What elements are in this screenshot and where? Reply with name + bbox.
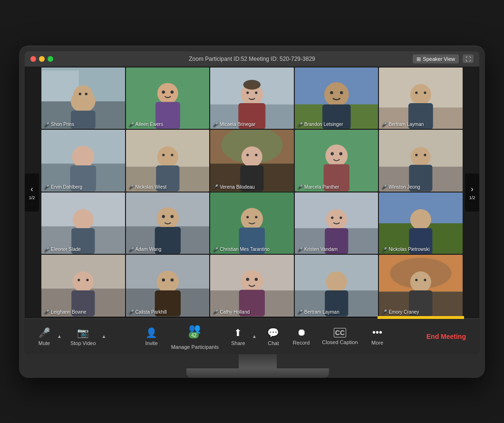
mute-label: Mute	[39, 340, 50, 346]
participant-cell-kristen-vandam[interactable]: 🎤 Kristen Vandam	[295, 192, 378, 254]
svg-point-38	[157, 146, 178, 167]
svg-point-30	[416, 91, 418, 94]
participant-cell-adam-wang[interactable]: 🎤 Adam Wang	[126, 192, 210, 254]
invite-icon: 👤	[145, 327, 157, 338]
participant-label-christian-mes-tarantino: 🎤 Christian Mes Tarantino	[213, 247, 270, 252]
svg-point-68	[162, 215, 165, 218]
close-button[interactable]	[30, 56, 36, 62]
participant-cell-christian-mes-tarantino[interactable]: 🎤 Christian Mes Tarantino	[210, 192, 294, 254]
more-button[interactable]: ••• More	[366, 324, 389, 348]
participant-cell-emory-craney[interactable]: 🎤 Emory Craney	[379, 255, 463, 317]
svg-point-71	[241, 208, 263, 230]
more-icon: •••	[372, 327, 382, 338]
svg-point-56	[411, 147, 430, 166]
mic-icon: 🎤	[213, 122, 218, 127]
svg-point-66	[156, 207, 179, 230]
participant-cell-winston-jeong[interactable]: 🎤 Winston Jeong	[379, 130, 463, 192]
participant-cell-nickolas-pietrowski[interactable]: 🎤 Nickolas Pietrowski	[379, 192, 463, 254]
svg-point-34	[72, 146, 94, 168]
participant-label-bertram-layman: 🎤 Bertram Layman	[382, 122, 424, 127]
svg-point-53	[339, 152, 342, 155]
stop-video-button[interactable]: 📷 Stop Video	[66, 324, 101, 349]
svg-point-45	[242, 146, 262, 167]
maximize-button[interactable]	[48, 56, 53, 62]
video-area: ‹ 1/2	[25, 67, 479, 318]
mic-icon: 🎤	[129, 309, 134, 314]
participant-cell-marcela-panther[interactable]: 🎤 Marcela Panther	[295, 130, 378, 192]
svg-point-9	[157, 83, 178, 104]
toolbar: 🎤 Mute ▲ 📷 Stop Video ▲ 👤 Invite 👥 42	[25, 318, 479, 354]
svg-point-102	[255, 278, 258, 281]
participant-cell-brandon-letsinger[interactable]: 🎤 Brandon Letsinger	[295, 67, 378, 129]
mic-icon: 🎤	[382, 309, 387, 314]
participant-cell-cathy-holland[interactable]: 🎤 Cathy Holland	[210, 255, 294, 317]
svg-point-113	[424, 279, 426, 281]
svg-point-28	[410, 84, 431, 105]
svg-point-22	[324, 82, 349, 107]
participant-label-nickolas-pietrowski: 🎤 Nickolas Pietrowski	[382, 247, 429, 252]
minimize-button[interactable]	[39, 56, 45, 62]
svg-point-79	[331, 216, 333, 219]
mic-icon: 🎤	[382, 122, 387, 127]
manage-participants-button[interactable]: 👥 42 Manage Participants	[166, 320, 223, 353]
manage-participants-label: Manage Participants	[171, 344, 219, 350]
closed-caption-button[interactable]: CC Closed Caption	[317, 325, 362, 348]
window-title: Zoom Participant ID:52 Meeting ID: 520-7…	[189, 56, 315, 62]
mic-icon: 🎤	[213, 184, 218, 189]
svg-point-48	[255, 154, 257, 156]
participant-cell-micaela-brinegar[interactable]: 🎤 Micaela Brinegar	[210, 67, 294, 129]
chat-button[interactable]: 💬 Chat	[262, 324, 285, 349]
mic-icon: 🎤	[298, 247, 303, 252]
mic-icon: 🎤	[298, 309, 303, 314]
participant-cell-calista-parkhill[interactable]: 🎤 Calista Parkhill	[126, 255, 210, 317]
video-chevron[interactable]: ▲	[100, 332, 108, 341]
record-button[interactable]: ⏺ Record	[288, 324, 314, 348]
participant-cell-shon-prins[interactable]: 🎤 Shon Prins	[41, 67, 125, 129]
next-page-button[interactable]: › 1/2	[465, 173, 479, 212]
participant-label-emory-craney: 🎤 Emory Craney	[382, 309, 419, 315]
speaker-view-button[interactable]: ⊞ Speaker View	[413, 54, 459, 63]
svg-point-18	[255, 91, 257, 94]
svg-point-87	[73, 271, 94, 292]
participant-cell-aileen-ewers[interactable]: 🎤 Aileen Ewers	[126, 67, 210, 129]
fullscreen-button[interactable]: ⛶	[463, 55, 474, 63]
svg-point-69	[170, 215, 173, 218]
svg-point-19	[243, 79, 261, 89]
participant-cell-verena-bilodeau[interactable]: 🎤 Verena Bilodeau	[210, 130, 294, 192]
participant-label-ervin-dahlberg: 🎤 Ervin Dahlberg	[44, 184, 82, 190]
mic-icon: 🎤	[129, 184, 134, 189]
traffic-lights	[30, 56, 53, 62]
participant-label-aileen-ewers: 🎤 Aileen Ewers	[129, 122, 163, 127]
svg-point-77	[326, 209, 347, 230]
svg-point-73	[246, 216, 249, 218]
svg-rect-4	[71, 110, 96, 129]
participant-label-calista-parkhill: 🎤 Calista Parkhill	[129, 309, 167, 315]
participant-cell-eleonor-slade[interactable]: 🎤 Eleonor Slade	[41, 192, 125, 254]
chat-label: Chat	[268, 340, 279, 346]
share-button[interactable]: ⬆ Share	[226, 324, 250, 349]
mic-icon: 🎤	[298, 122, 303, 127]
svg-point-47	[246, 154, 249, 156]
participant-cell-bertram-layman-2[interactable]: 🎤 Bertram Layman	[295, 255, 378, 317]
prev-page-button[interactable]: ‹ 1/2	[25, 173, 39, 212]
participant-label-eleonor-slade: 🎤 Eleonor Slade	[44, 247, 81, 252]
participant-cell-nickolas-wiest[interactable]: 🎤 Nickolas Wiest	[126, 130, 210, 192]
svg-point-40	[162, 154, 165, 156]
mic-icon: 🎤	[44, 184, 49, 189]
svg-point-96	[170, 279, 173, 281]
mute-button[interactable]: 🎤 Mute	[32, 324, 56, 349]
participant-label-brandon-letsinger: 🎤 Brandon Letsinger	[298, 122, 343, 127]
invite-button[interactable]: 👤 Invite	[140, 324, 164, 349]
mute-chevron[interactable]: ▲	[55, 332, 64, 341]
svg-point-50	[325, 144, 348, 167]
end-meeting-button[interactable]: End Meeting	[421, 329, 472, 344]
mic-icon: 🎤	[129, 122, 134, 127]
participant-cell-ervin-dahlberg[interactable]: 🎤 Ervin Dahlberg	[41, 130, 125, 192]
svg-point-74	[255, 216, 257, 218]
participant-cell-leighann-bowne[interactable]: 🎤 Leighann Bowne	[41, 255, 125, 317]
participant-cell-bertram-layman[interactable]: 🎤 Bertram Layman	[379, 67, 463, 129]
share-chevron[interactable]: ▲	[250, 332, 259, 341]
mic-icon: 🎤	[44, 309, 49, 314]
video-icon: 📷	[77, 327, 89, 338]
invite-label: Invite	[145, 340, 158, 346]
